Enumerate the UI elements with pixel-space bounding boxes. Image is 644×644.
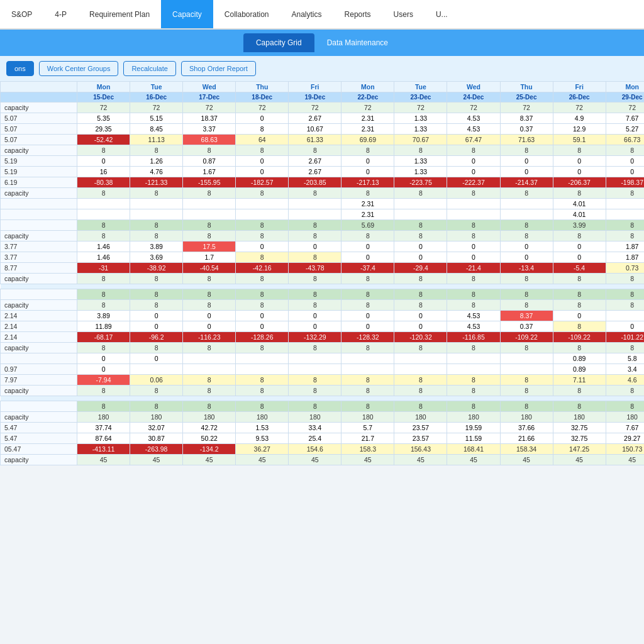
nav-item-reports[interactable]: Reports (333, 0, 382, 28)
btn-shop-order-report[interactable]: Shop Order Report (181, 61, 256, 76)
section-gap (1, 396, 645, 401)
table-row: 6.19 -80.38 -121.33 -155.95 -182.57 -203… (1, 177, 645, 188)
nav-item-requirement[interactable]: Requirement Plan (78, 0, 161, 28)
table-row: 0.97 0 0.89 3.4 2.4 (1, 364, 645, 375)
top-navigation: S&OP 4-P Requirement Plan Capacity Colla… (0, 0, 644, 30)
btn-ons[interactable]: ons (6, 61, 34, 76)
nav-item-capacity[interactable]: Capacity (161, 0, 213, 28)
header-day-7: Tue (394, 82, 447, 92)
nav-item-analytics[interactable]: Analytics (280, 0, 333, 28)
header-date-10: 26-Dec (553, 92, 606, 103)
table-row: 5.47 87.64 30.87 50.22 9.53 25.4 21.7 23… (1, 433, 645, 444)
table-row: capacity 180 180 180 180 180 180 180 180… (1, 412, 645, 423)
table-row: 3.77 1.46 3.89 17.5 0 0 0 0 0 0 0 1.87 (1, 242, 645, 252)
table-row: 7.97 -7.94 0.06 8 8 8 8 8 8 8 7.11 4.6 5… (1, 375, 645, 386)
table-row: capacity 8 8 8 8 8 8 8 8 8 8 8 8 8 8 (1, 145, 645, 156)
header-days-row: Mon Tue Wed Thu Fri Mon Tue Wed Thu Fri … (1, 82, 645, 92)
header-day-8: Wed (447, 82, 500, 92)
subnav-data-maintenance[interactable]: Data Maintenance (314, 33, 401, 52)
table-row: 2.31 4.01 (1, 209, 645, 220)
toolbar: ons Work Center Groups Recalculate Shop … (0, 56, 644, 81)
header-date-2: 16-Dec (130, 92, 183, 103)
header-date-6: 22-Dec (341, 92, 394, 103)
nav-item-saop[interactable]: S&OP (0, 0, 43, 28)
nav-item-u[interactable]: U... (425, 0, 459, 28)
table-row: 3.77 1.46 3.69 1.7 8 8 0 0 0 0 0 1.87 (1, 252, 645, 263)
table-row: 5.07 5.35 5.15 18.37 0 2.67 2.31 1.33 4.… (1, 113, 645, 124)
btn-recalculate[interactable]: Recalculate (123, 61, 175, 76)
table-row: capacity 8 8 8 8 8 8 8 8 8 8 8 8 8 8 (1, 300, 645, 311)
header-day-6: Mon (341, 82, 394, 92)
table-row: 2.14 3.89 0 0 0 0 0 0 4.53 8.37 0 9.89 3… (1, 311, 645, 321)
table-row: 5.47 37.74 32.07 42.72 1.53 33.4 5.7 23.… (1, 423, 645, 433)
header-label-empty (1, 82, 77, 92)
header-date-11: 29-Dec (606, 92, 644, 103)
header-day-3: Wed (183, 82, 236, 92)
table-row: capacity 72 72 72 72 72 72 72 72 72 72 7… (1, 103, 645, 113)
table-row: 8 8 8 8 8 8 8 8 8 8 8 8 8 8 (1, 289, 645, 300)
header-date-4: 18-Dec (236, 92, 289, 103)
table-row: 5.07 29.35 8.45 3.37 8 10.67 2.31 1.33 4… (1, 124, 645, 135)
table-row: 5.19 0 1.26 0.87 0 2.67 0 1.33 0 0 0 0 0… (1, 156, 645, 167)
table-row: capacity 8 8 8 8 8 8 8 8 8 8 8 8 8 8 (1, 343, 645, 353)
header-day-4: Thu (236, 82, 289, 92)
table-row: capacity 8 8 8 8 8 8 8 8 8 8 8 8 8 8 (1, 188, 645, 199)
header-day-10: Fri (553, 82, 606, 92)
header-day-11: Mon (606, 82, 644, 92)
subnav-capacity-grid[interactable]: Capacity Grid (243, 33, 314, 52)
table-row: 2.31 4.01 (1, 199, 645, 209)
header-dates-row: 15-Dec 16-Dec 17-Dec 18-Dec 19-Dec 22-De… (1, 92, 645, 103)
header-date-5: 19-Dec (289, 92, 341, 103)
header-day-9: Thu (500, 82, 553, 92)
header-day-1: Mon (77, 82, 130, 92)
table-row: 2.14 -68.17 -96.2 -116.23 -128.26 -132.2… (1, 332, 645, 343)
table-row: capacity 8 8 8 8 8 8 8 8 8 8 8 8 8 8 (1, 386, 645, 396)
nav-item-4p[interactable]: 4-P (43, 0, 78, 28)
nav-item-users[interactable]: Users (382, 0, 425, 28)
table-row: capacity 8 8 8 8 8 8 8 8 8 8 8 8 8 8 (1, 231, 645, 242)
table-row: 5.19 16 4.76 1.67 0 2.67 0 1.33 0 0 0 0 … (1, 167, 645, 177)
header-date-3: 17-Dec (183, 92, 236, 103)
table-row: 8.77 -31 -38.92 -40.54 -42.16 -43.78 -37… (1, 263, 645, 274)
header-day-2: Tue (130, 82, 183, 92)
capacity-grid-table: Mon Tue Wed Thu Fri Mon Tue Wed Thu Fri … (0, 81, 644, 465)
table-row: 0 0 0.89 5.8 0 (1, 353, 645, 364)
table-row: 5.07 -52.42 11.13 68.63 64 61.33 69.69 7… (1, 135, 645, 145)
header-date-8: 24-Dec (447, 92, 500, 103)
header-date-7: 23-Dec (394, 92, 447, 103)
table-row: capacity 8 8 8 8 8 8 8 8 8 8 8 8 8 8 (1, 274, 645, 284)
table-row: 05.47 -413.11 -263.98 -134.2 36.27 154.6… (1, 444, 645, 455)
table-row: 2.14 11.89 0 0 0 0 0 0 4.53 0.37 8 0 9.8… (1, 321, 645, 332)
row-label-capacity1: capacity (1, 103, 77, 113)
section-gap (1, 284, 645, 289)
header-day-5: Fri (289, 82, 341, 92)
table-row: capacity 45 45 45 45 45 45 45 45 45 45 4… (1, 455, 645, 465)
capacity-grid-container[interactable]: Mon Tue Wed Thu Fri Mon Tue Wed Thu Fri … (0, 81, 644, 465)
header-date-9: 25-Dec (500, 92, 553, 103)
nav-item-collaboration[interactable]: Collaboration (213, 0, 280, 28)
header-date-1: 15-Dec (77, 92, 130, 103)
table-row: 8 8 8 8 8 5.69 8 8 8 3.99 8 8 8 8 (1, 220, 645, 231)
btn-work-center-groups[interactable]: Work Center Groups (39, 61, 119, 76)
table-row: 8 8 8 8 8 8 8 8 8 8 8 8 8 8 (1, 401, 645, 412)
header-date-empty (1, 92, 77, 103)
sub-navigation: Capacity Grid Data Maintenance (0, 30, 644, 56)
